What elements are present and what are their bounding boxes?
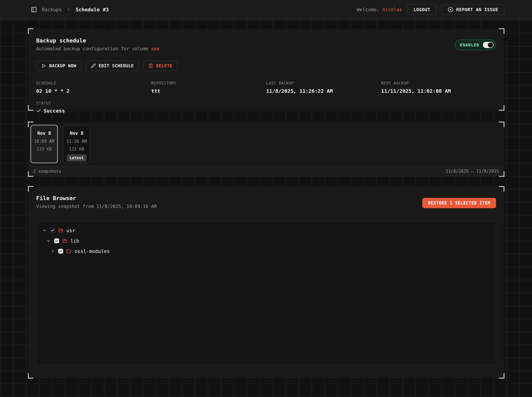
field-repository: REPOSITORY ttt — [151, 81, 266, 94]
file-tree: usr lib — [36, 221, 496, 365]
field-status: STATUS Success — [36, 101, 496, 114]
tree-item-name: lib — [70, 238, 79, 244]
backup-schedule-card: Backup schedule Automated backup configu… — [28, 29, 504, 110]
latest-badge: Latest — [67, 154, 87, 161]
folder-icon — [66, 249, 71, 254]
logout-button[interactable]: LOGOUT — [407, 4, 437, 15]
status-label: STATUS — [36, 101, 496, 105]
snapshot-card-selected[interactable]: Nov 8 10:09 AM 133 KB — [31, 125, 58, 163]
circle-x-icon — [448, 7, 453, 12]
welcome-prefix: Welcome, — [357, 7, 382, 12]
corner-bracket — [499, 186, 504, 192]
chevron-right-icon[interactable] — [51, 249, 55, 254]
edit-schedule-button[interactable]: EDIT SCHEDULE — [86, 61, 139, 71]
snapshot-count: 2 snapshots — [33, 169, 61, 174]
trash-icon — [148, 63, 153, 68]
main-content: Backup schedule Automated backup configu… — [0, 19, 532, 397]
corner-bracket — [28, 373, 33, 378]
snapshot-size: 133 KB — [37, 147, 52, 151]
snapshot-size: 133 KB — [69, 147, 84, 151]
snapshots-card: Nov 8 10:09 AM 133 KB Nov 8 11:26 AM 133… — [28, 122, 504, 176]
enabled-label: ENABLED — [460, 43, 479, 47]
field-next-backup: NEXT BACKUP 11/11/2025, 11:02:00 AM — [381, 81, 496, 94]
checkbox-checked[interactable] — [54, 238, 59, 243]
enabled-toggle-pill[interactable]: ENABLED — [455, 40, 496, 50]
sidebar-toggle-button[interactable] — [31, 6, 37, 13]
backup-now-label: BACKUP NOW — [49, 63, 76, 68]
pencil-icon — [91, 63, 96, 68]
field-value: 11/11/2025, 11:02:00 AM — [381, 88, 496, 94]
corner-bracket — [499, 373, 504, 378]
breadcrumb: Backups Schedule #3 — [31, 6, 109, 13]
field-label: SCHEDULE — [36, 81, 151, 86]
file-browser-card: File Browser Viewing snapshot from 11/8/… — [28, 186, 504, 378]
status-value: Success — [44, 108, 65, 114]
folder-open-icon — [58, 228, 63, 233]
corner-bracket — [499, 105, 504, 111]
file-browser-subtitle: Viewing snapshot from 11/8/2025, 10:09:1… — [36, 204, 157, 209]
snapshot-date-range: 11/8/2025 – 11/8/2025 — [446, 169, 499, 174]
snapshots-footer: 2 snapshots 11/8/2025 – 11/8/2025 — [28, 166, 504, 176]
breadcrumb-current-page: Schedule #3 — [76, 7, 109, 12]
field-schedule: SCHEDULE 02 10 * * 2 — [36, 81, 151, 94]
restore-selected-button[interactable]: RESTORE 1 SELECTED ITEM — [422, 198, 496, 208]
delete-label: DELETE — [156, 63, 172, 68]
tree-row-lib[interactable]: lib — [42, 236, 490, 246]
volume-name: sss — [151, 46, 159, 51]
snapshot-date: Nov 8 — [37, 130, 51, 136]
snapshot-date: Nov 8 — [70, 130, 83, 136]
field-label: NEXT BACKUP — [381, 81, 496, 86]
snapshot-time: 11:26 AM — [66, 139, 87, 144]
topbar-actions: Welcome, nicolas LOGOUT REPORT AN ISSUE — [357, 4, 504, 15]
checkbox-checked[interactable] — [50, 228, 55, 233]
topbar: Backups Schedule #3 Welcome, nicolas LOG… — [0, 0, 532, 19]
tree-item-name: usr — [66, 228, 75, 233]
tree-row-usr[interactable]: usr — [42, 225, 490, 236]
snapshot-card[interactable]: Nov 8 11:26 AM 133 KB Latest — [63, 125, 90, 163]
report-issue-button-label: REPORT AN ISSUE — [456, 7, 498, 12]
report-issue-button[interactable]: REPORT AN ISSUE — [442, 4, 504, 15]
panel-left-icon — [31, 6, 37, 13]
card-title: Backup schedule — [36, 37, 159, 44]
breadcrumb-section[interactable]: Backups — [42, 7, 62, 12]
field-value: 02 10 * * 2 — [36, 88, 151, 94]
logout-button-label: LOGOUT — [413, 7, 431, 12]
username: nicolas — [382, 7, 402, 12]
schedule-fields: SCHEDULE 02 10 * * 2 REPOSITORY ttt LAST… — [36, 81, 496, 94]
field-label: LAST BACKUP — [266, 81, 381, 86]
file-browser-title: File Browser — [36, 195, 157, 201]
checkbox-checked[interactable] — [58, 249, 63, 254]
field-value: 11/8/2025, 11:26:22 AM — [266, 88, 381, 94]
delete-button[interactable]: DELETE — [143, 61, 177, 71]
play-icon — [41, 63, 46, 68]
folder-open-icon — [62, 238, 67, 243]
corner-bracket — [28, 186, 33, 192]
chevron-right-icon — [67, 7, 71, 12]
corner-bracket — [499, 28, 504, 34]
tree-row-ossl-modules[interactable]: ossl-modules — [42, 246, 490, 256]
check-icon — [36, 108, 41, 113]
card-subtitle: Automated backup configuration for volum… — [36, 46, 159, 51]
field-value: ttt — [151, 88, 266, 94]
subtitle-prefix: Automated backup configuration for volum… — [36, 46, 151, 51]
chevron-down-icon[interactable] — [42, 228, 47, 233]
corner-bracket — [28, 105, 33, 111]
restore-selected-label: RESTORE 1 SELECTED ITEM — [428, 201, 490, 205]
switch-knob — [488, 42, 493, 48]
welcome-text: Welcome, nicolas — [357, 7, 402, 12]
tree-item-name: ossl-modules — [75, 248, 110, 254]
backup-now-button[interactable]: BACKUP NOW — [36, 61, 82, 71]
snapshot-time: 10:09 AM — [34, 139, 54, 144]
enabled-switch[interactable] — [483, 42, 494, 48]
field-last-backup: LAST BACKUP 11/8/2025, 11:26:22 AM — [266, 81, 381, 94]
snapshot-list: Nov 8 10:09 AM 133 KB Nov 8 11:26 AM 133… — [28, 122, 504, 166]
corner-bracket — [28, 28, 33, 34]
chevron-down-icon[interactable] — [46, 239, 51, 243]
field-label: REPOSITORY — [151, 81, 266, 86]
edit-schedule-label: EDIT SCHEDULE — [99, 63, 134, 68]
